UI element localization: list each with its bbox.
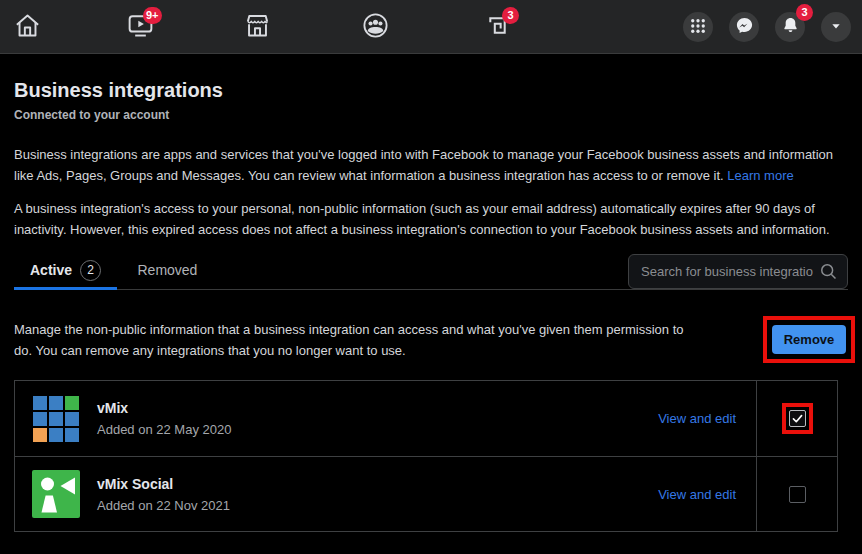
messenger-button[interactable] [729, 12, 759, 42]
menu-button[interactable] [683, 12, 713, 42]
page-subtitle: Connected to your account [14, 108, 848, 122]
description-text-1: Business integrations are apps and servi… [14, 147, 833, 183]
checkbox-annotation-box [782, 403, 813, 434]
remove-button[interactable]: Remove [772, 325, 846, 354]
checkbox-vmix-social-unchecked[interactable] [789, 486, 806, 503]
tab-removed-label: Removed [137, 262, 197, 278]
search-input[interactable] [628, 254, 848, 289]
table-row-vmix: vMix Added on 22 May 2020 View and edit [15, 381, 837, 456]
learn-more-link[interactable]: Learn more [727, 168, 793, 183]
notifications-badge: 3 [796, 4, 813, 21]
chevron-down-icon [828, 18, 844, 37]
marketplace-icon [243, 11, 272, 43]
groups-icon [361, 11, 390, 43]
remove-button-annotation-box: Remove [763, 316, 855, 363]
marketplace-button[interactable] [233, 6, 281, 48]
tab-active[interactable]: Active 2 [14, 253, 117, 290]
integration-name: vMix [97, 400, 231, 416]
integration-name: vMix Social [97, 476, 230, 492]
tab-active-count-badge: 2 [80, 260, 101, 281]
checkbox-cell-vmix [756, 381, 837, 456]
checkbox-cell-vmix-social [756, 457, 837, 531]
menu-grid-icon [689, 17, 707, 38]
gaming-button[interactable]: 3 [473, 6, 521, 48]
business-integrations-page: Business integrations Connected to your … [0, 79, 862, 532]
top-navbar: 9+ 3 [0, 0, 862, 54]
vmix-logo [32, 395, 80, 443]
vmix-social-logo [32, 470, 80, 518]
tab-removed[interactable]: Removed [121, 253, 213, 290]
manage-row: Manage the non-public information that a… [14, 316, 848, 363]
messenger-icon [735, 16, 754, 38]
description-paragraph-2: A business integration's access to your … [14, 198, 848, 240]
watch-button[interactable]: 9+ [116, 6, 164, 48]
integration-added-date: Added on 22 Nov 2021 [97, 498, 230, 513]
view-and-edit-link-vmix[interactable]: View and edit [658, 411, 756, 426]
home-icon [13, 11, 42, 43]
search-icon [818, 261, 839, 286]
checkbox-vmix-checked[interactable] [789, 410, 806, 427]
integration-added-date: Added on 22 May 2020 [97, 422, 231, 437]
tab-active-label: Active [30, 262, 72, 278]
navbar-right-controls: 3 [683, 12, 851, 42]
page-title: Business integrations [14, 79, 848, 102]
table-row-vmix-social: vMix Social Added on 22 Nov 2021 View an… [15, 456, 837, 531]
manage-text: Manage the non-public information that a… [14, 319, 704, 361]
gaming-badge: 3 [502, 7, 519, 24]
tabs-bar: Active 2 Removed [14, 253, 848, 290]
integration-info: vMix Social Added on 22 Nov 2021 [97, 476, 230, 513]
groups-button[interactable] [351, 6, 399, 48]
description-paragraph-1: Business integrations are apps and servi… [14, 144, 848, 186]
integrations-table: vMix Added on 22 May 2020 View and edit [14, 380, 838, 532]
bell-icon [781, 16, 800, 38]
account-menu-button[interactable] [821, 12, 851, 42]
view-and-edit-link-vmix-social[interactable]: View and edit [658, 487, 756, 502]
watch-badge: 9+ [143, 7, 162, 24]
home-button[interactable] [3, 6, 51, 48]
search-box [628, 254, 848, 289]
integration-info: vMix Added on 22 May 2020 [97, 400, 231, 437]
notifications-button[interactable]: 3 [775, 12, 805, 42]
